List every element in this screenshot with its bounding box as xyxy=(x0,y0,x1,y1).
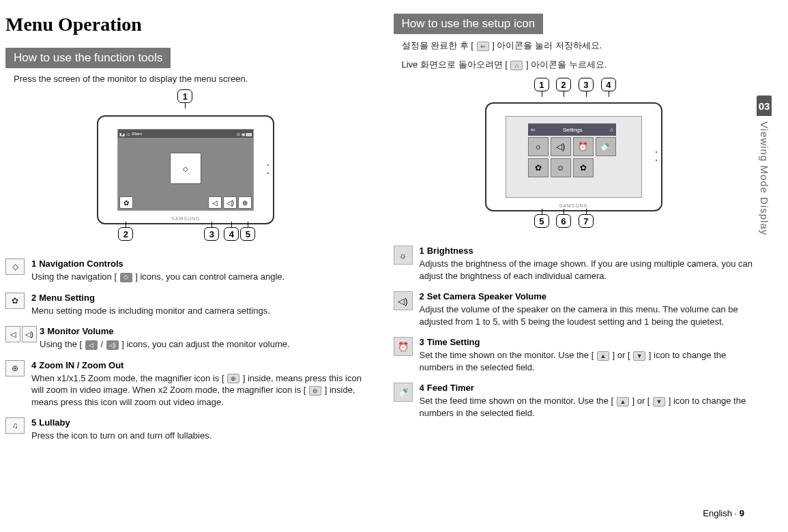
zoom-magnifier-icon: ⊕ xyxy=(5,360,25,376)
home-icon: ⌂ xyxy=(610,127,613,133)
page-footer: English · 9 xyxy=(703,508,744,518)
brightness-item-icon: ☼ xyxy=(394,246,413,265)
back-arrow-inline-icon: ⇐ xyxy=(477,42,489,51)
setting-7-icon: ✿ xyxy=(573,158,594,177)
vol-down-inline-icon: ◁ xyxy=(85,340,98,350)
zoom-in-inline-icon: ⊕ xyxy=(227,374,239,383)
page-title: Menu Operation xyxy=(5,14,366,35)
samsung-logo-right: SAMSUNG xyxy=(559,203,588,208)
volume-up-icon: ◁) xyxy=(223,196,237,209)
setup-intro-1: 설정을 완료한 후 [ ⇐ ] 아이콘을 눌러 저장하세요. xyxy=(402,40,755,52)
item-title-feed-timer: Feed Timer xyxy=(427,383,474,393)
zoom-out-inline-icon: ⊖ xyxy=(309,386,321,396)
callout-top-3: 3 xyxy=(579,78,594,91)
callout-4: 4 xyxy=(224,227,239,241)
camera-speaker-desc: Adjust the volume of the speaker on the … xyxy=(420,304,755,327)
callout-bottom-7: 7 xyxy=(579,214,594,228)
status-bar: ▮◢ ☺26am⊙ ◉ ▮▮▮ xyxy=(118,130,253,138)
nav-inline-icon: ◇ xyxy=(120,273,132,282)
zoom-icon: ⊕ xyxy=(238,196,252,209)
up-chevron-icon: ▲ xyxy=(597,351,609,361)
chapter-number: 03 xyxy=(757,95,772,116)
callout-top-2: 2 xyxy=(556,78,571,91)
menu-setting-gear-icon: ✿ xyxy=(5,293,25,309)
callout-3: 3 xyxy=(204,227,219,241)
volume-plus-icon: ◁) xyxy=(22,326,37,342)
zoom-desc: When x1/x1.5 Zoom mode, the magnifier ic… xyxy=(31,372,366,409)
settings-device-illustration: ⇐ Settings ⌂ ☼ ◁) ⏰ 🍼 ✿ ☺ ✿ SAMSUNG xyxy=(485,102,662,211)
time-setting-desc: Set the time shown on the monitor. Use t… xyxy=(420,349,755,373)
callout-5: 5 xyxy=(240,227,255,241)
samsung-logo: SAMSUNG xyxy=(171,216,200,221)
down-chevron-icon: ▼ xyxy=(633,351,645,361)
item-title-lullaby: Lullaby xyxy=(39,417,70,428)
item-title-navigation: Navigation Controls xyxy=(39,258,123,269)
monitor-volume-desc: Using the [ ◁ / ◁) ] icons, you can adju… xyxy=(40,338,366,351)
speaker-volume-setting-icon: ◁) xyxy=(551,137,571,156)
up-chevron-icon-2: ▲ xyxy=(617,397,629,407)
down-chevron-icon-2: ▼ xyxy=(653,397,665,407)
item-title-brightness: Brightness xyxy=(427,246,473,256)
brightness-desc: Adjusts the brightness of the image show… xyxy=(420,258,755,282)
home-inline-icon: ⌂ xyxy=(510,61,523,70)
brightness-setting-icon: ☼ xyxy=(528,137,549,156)
feed-timer-item-icon: 🍼 xyxy=(394,383,413,402)
navigation-desc: Using the navigation [ ◇ ] icons, you ca… xyxy=(31,271,366,283)
settings-label: Settings xyxy=(563,127,583,133)
menu-setting-icon: ✿ xyxy=(119,196,133,209)
callout-top-4: 4 xyxy=(601,78,616,91)
function-tools-intro: Press the screen of the monitor to displ… xyxy=(14,74,366,84)
navigation-controls-icon: ◇ xyxy=(5,258,25,275)
callout-bottom-6: 6 xyxy=(556,214,571,228)
nav-pad-icon: ◇ xyxy=(170,153,201,184)
volume-down-icon: ◁ xyxy=(208,196,222,209)
feed-timer-desc: Set the feed time shown on the monitor. … xyxy=(420,395,755,419)
section-header-setup-icon: How to use the setup icon xyxy=(394,14,544,34)
callout-top-1: 1 xyxy=(534,78,549,91)
back-icon: ⇐ xyxy=(531,127,536,133)
camera-speaker-item-icon: ◁) xyxy=(394,291,413,310)
item-title-zoom: Zoom IN / Zoom Out xyxy=(39,360,123,370)
item-title-camera-speaker: Set Camera Speaker Volume xyxy=(427,291,546,301)
callout-bottom-5: 5 xyxy=(534,214,549,228)
callout-1: 1 xyxy=(177,89,192,103)
lullaby-desc: Press the icon to turn on and turn off l… xyxy=(31,430,366,442)
section-header-function-tools: How to use the function tools xyxy=(5,48,171,68)
volume-minus-icon: ◁ xyxy=(5,326,20,342)
side-heading: Viewing Mode Display xyxy=(759,121,770,235)
item-title-time-setting: Time Setting xyxy=(427,337,480,347)
time-setting-icon: ⏰ xyxy=(573,137,594,156)
monitor-device-illustration: ▮◢ ☺26am⊙ ◉ ▮▮▮ ◇ ✿ ◁ ◁) ⊕ SAMSUNG xyxy=(97,115,274,224)
setup-intro-2: Live 화면으로 돌아오려면 [ ⌂ ] 아이콘을 누르세요. xyxy=(402,59,755,71)
monitor-volume-icons: ◁ ◁) xyxy=(5,326,40,342)
time-setting-item-icon: ⏰ xyxy=(394,337,413,356)
setting-6-icon: ☺ xyxy=(551,158,571,177)
item-title-menu-setting: Menu Setting xyxy=(39,293,95,303)
vol-up-inline-icon: ◁) xyxy=(106,340,119,350)
lullaby-music-icon: ♫ xyxy=(5,417,25,434)
setting-5-icon: ✿ xyxy=(528,158,549,177)
callout-2: 2 xyxy=(118,227,133,241)
feed-timer-setting-icon: 🍼 xyxy=(596,137,616,156)
item-title-monitor-volume: Monitor Volume xyxy=(47,326,113,336)
menu-setting-desc: Menu setting mode is including monitor a… xyxy=(31,305,366,317)
